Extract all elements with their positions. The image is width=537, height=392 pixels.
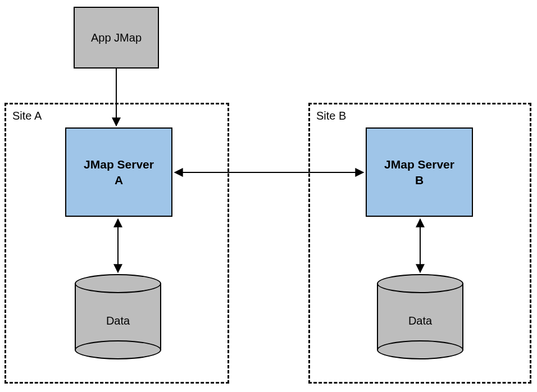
jmap-server-b-label: JMap Server B <box>384 157 454 188</box>
site-a-label: Site A <box>12 110 42 122</box>
jmap-server-a-node: JMap Server A <box>65 127 172 217</box>
jmap-server-a-label: JMap Server A <box>84 157 154 188</box>
jmap-server-b-node: JMap Server B <box>366 127 473 217</box>
app-jmap-label: App JMap <box>91 31 142 44</box>
data-b-label: Data <box>408 314 432 327</box>
data-a-label: Data <box>106 314 130 327</box>
diagram-canvas: Site A Site B App JMap JMap Server A JMa… <box>0 0 537 392</box>
data-a-node: Data <box>75 274 161 359</box>
site-b-label: Site B <box>316 110 346 122</box>
data-b-node: Data <box>377 274 463 359</box>
app-jmap-node: App JMap <box>74 7 159 69</box>
